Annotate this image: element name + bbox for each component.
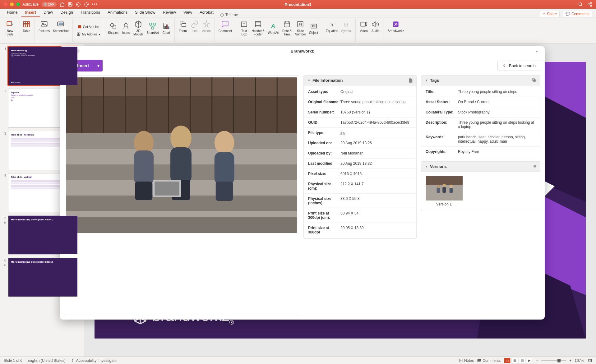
tag-row: Keywords:park bench, seat, scholar, pers… [421, 132, 540, 147]
header-footer-icon [254, 20, 262, 29]
close-window-button[interactable] [4, 2, 7, 6]
action-button: Action [201, 19, 212, 33]
file-info-row: Uploaded by:Neil Monahan [304, 148, 416, 159]
svg-rect-67 [135, 182, 152, 200]
list-icon [532, 164, 537, 169]
wordart-button[interactable]: AWordArt [266, 21, 280, 35]
minimize-window-button[interactable] [10, 2, 14, 6]
fit-to-window-button[interactable] [587, 358, 592, 363]
autosave-toggle[interactable]: OFF [42, 2, 57, 7]
titlebar-left: AutoSave OFF ••• [22, 2, 98, 7]
tag-label: Keywords: [426, 135, 458, 144]
screenshot-button[interactable]: Screenshot [52, 19, 70, 33]
icons-icon [122, 22, 130, 30]
3d-models-button[interactable]: 3D Models [132, 19, 145, 37]
tag-row: Title:Three young people sitting on step… [421, 87, 540, 97]
language-status[interactable]: English (United States) [27, 358, 66, 363]
asset-preview-image[interactable] [66, 77, 297, 233]
insert-dropdown-icon[interactable]: ▼ [94, 60, 103, 71]
back-to-search-button[interactable]: Back to search [497, 61, 540, 71]
object-button[interactable]: Object [308, 21, 319, 35]
ribbon-tab-acrobat[interactable]: Acrobat [196, 8, 217, 17]
home-icon[interactable] [60, 2, 65, 7]
version-thumbnail[interactable]: Version 1 [426, 176, 462, 206]
chart-button[interactable]: Chart [161, 21, 172, 35]
brandworkz-addin-button[interactable]: Brandworkz [386, 19, 405, 33]
slide-count-status[interactable]: Slide 1 of 6 [4, 358, 22, 363]
ribbon-tab-home[interactable]: Home [3, 8, 21, 17]
more-icon[interactable]: ••• [92, 2, 98, 7]
smartart-button[interactable]: SmartArt [145, 21, 160, 35]
ribbon-tab-animations[interactable]: Animations [104, 8, 131, 17]
accessibility-status[interactable]: Accessibility: Investigate [71, 358, 117, 363]
header-footer-button[interactable]: Header & Footer [250, 19, 266, 37]
slide-thumbnail[interactable]: More interesting bullet point slide 1 [8, 215, 78, 255]
ribbon-tab-slide-show[interactable]: Slide Show [131, 8, 159, 17]
svg-point-3 [590, 5, 592, 7]
tell-me-search[interactable]: Tell me [220, 12, 238, 17]
slideshow-view-button[interactable]: ▶ [526, 358, 533, 363]
my-addins-button[interactable]: My Add-ins ▾ [75, 31, 101, 37]
zoom-in-button[interactable]: + [569, 358, 571, 363]
zoom-out-button[interactable]: − [536, 358, 538, 363]
share-button[interactable]: ⇪Share [540, 11, 560, 17]
cube-icon [134, 20, 143, 29]
search-icon[interactable] [578, 2, 583, 7]
file-information-header[interactable]: ▼ File Information [304, 76, 416, 85]
pictures-button[interactable]: Pictures [37, 19, 51, 33]
versions-header[interactable]: ▼ Versions [421, 162, 540, 172]
tags-header[interactable]: ▼ Tags [421, 76, 540, 85]
comments-status-button[interactable]: Comments [477, 358, 501, 363]
ribbon-tab-draw[interactable]: Draw [40, 8, 57, 17]
save-icon[interactable] [68, 2, 73, 7]
new-slide-button[interactable]: New Slide [4, 19, 16, 37]
zoom-button[interactable]: Zoom [177, 19, 188, 33]
svg-rect-80 [437, 188, 440, 193]
video-button[interactable]: Video [358, 19, 369, 33]
screenshot-icon [56, 20, 65, 29]
equation-button[interactable]: πEquation [325, 19, 339, 33]
comment-icon [221, 20, 229, 29]
svg-rect-10 [59, 23, 62, 25]
brandworkz-titlebar: Brandworkz [60, 46, 545, 56]
shapes-button[interactable]: Shapes [107, 21, 120, 35]
zoom-percent[interactable]: 167% [575, 358, 584, 363]
collapse-caret-icon[interactable]: ▼ [535, 50, 538, 53]
undo-icon[interactable] [76, 2, 81, 7]
file-info-row: Print size at 300dpi (cm):50.94 X 34 [304, 208, 416, 223]
redo-icon[interactable] [84, 2, 89, 7]
maximize-window-button[interactable] [16, 2, 20, 6]
ribbon-tab-review[interactable]: Review [159, 8, 180, 17]
reading-view-button[interactable]: ▤ [519, 358, 525, 363]
ribbon-tab-view[interactable]: View [180, 8, 196, 17]
table-button[interactable]: Table [21, 19, 32, 33]
textbox-button[interactable]: Text Box [238, 19, 250, 37]
file-info-row: Print size at 300dpi20.05 X 13.39 [304, 223, 416, 237]
comments-button[interactable]: 💬Comments [563, 11, 592, 17]
notes-button[interactable]: Notes [459, 358, 474, 363]
titlebar-right [578, 2, 592, 7]
slide-thumbnail[interactable]: More interesting bullet point slide 2 [8, 258, 78, 297]
ribbon-tab-design[interactable]: Design [57, 8, 76, 17]
get-addins-button[interactable]: Get Add-ins [76, 24, 100, 30]
audio-button[interactable]: Audio [370, 19, 381, 33]
normal-view-button[interactable]: ▭ [504, 358, 511, 363]
info-value: 83.6 X 55.8 [340, 196, 412, 205]
info-label: Last modified: [308, 161, 340, 166]
slide-thumbnail[interactable]: Main headingOptional sub-heading e.g. fo… [8, 46, 78, 85]
info-label: File type: [308, 131, 340, 135]
slide-number-button[interactable]: Slide Number [294, 19, 307, 37]
date-time-button[interactable]: Date & Time [281, 19, 293, 37]
comment-button[interactable]: Comment [217, 19, 233, 33]
pictures-icon [40, 20, 49, 29]
share-icon[interactable] [587, 2, 592, 7]
ribbon-tab-transitions[interactable]: Transitions [77, 8, 104, 17]
icons-button[interactable]: Icons [120, 21, 132, 35]
svg-rect-6 [23, 21, 30, 27]
file-info-row: Asset type:Original [304, 87, 416, 97]
sorter-view-button[interactable]: ▦ [511, 358, 518, 363]
ribbon-tabs: HomeInsertDrawDesignTransitionsAnimation… [0, 9, 596, 17]
zoom-slider[interactable] [541, 360, 566, 361]
tag-label: Copyrights: [426, 150, 458, 154]
ribbon-tab-insert[interactable]: Insert [21, 8, 40, 17]
